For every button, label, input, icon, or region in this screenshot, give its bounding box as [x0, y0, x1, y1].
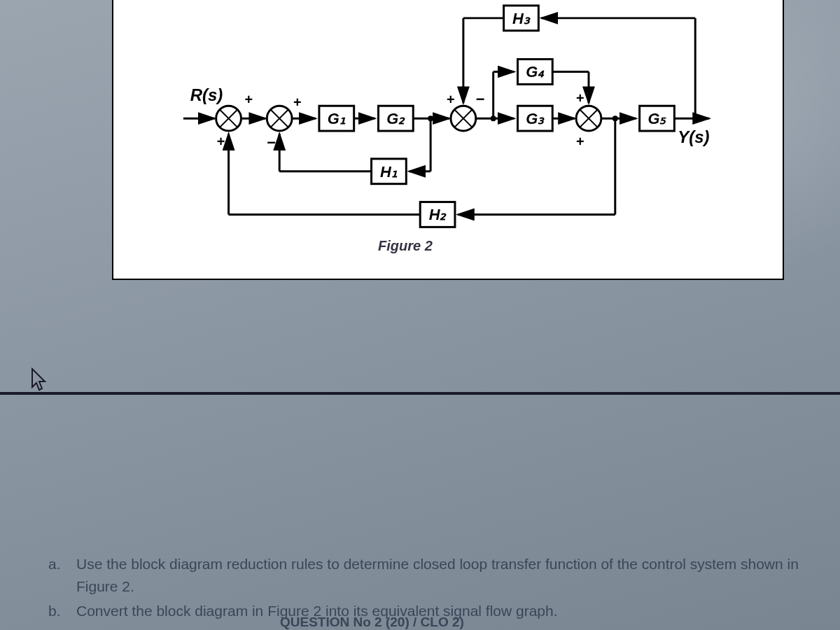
footer-cutoff-text: QUESTION No 2 (20) / CLO 2) — [280, 615, 464, 630]
svg-text:G₄: G₄ — [526, 63, 545, 80]
svg-text:−: − — [267, 134, 276, 151]
svg-text:G₃: G₃ — [526, 110, 545, 127]
svg-text:−: − — [476, 90, 485, 108]
summing-junction-3: + − — [447, 90, 485, 131]
summing-junction-2: + − — [267, 94, 301, 151]
block-diagram-container: R(s) + + + − — [112, 0, 784, 280]
question-a-marker: a. — [46, 553, 76, 597]
block-g4: G₄ — [518, 59, 553, 85]
question-a-text: Use the block diagram reduction rules to… — [76, 553, 812, 597]
block-g1: G₁ — [319, 106, 354, 131]
svg-text:+: + — [447, 92, 455, 107]
section-divider — [0, 392, 840, 395]
block-diagram-svg: R(s) + + + − — [113, 0, 783, 279]
block-g2: G₂ — [379, 106, 414, 131]
question-b-marker: b. — [46, 600, 76, 622]
svg-text:+: + — [217, 134, 225, 149]
page-content: R(s) + + + − — [0, 0, 840, 630]
svg-text:+: + — [576, 134, 584, 149]
output-label: Y(s) — [678, 127, 709, 146]
svg-text:H₂: H₂ — [429, 206, 447, 223]
question-a: a. Use the block diagram reduction rules… — [46, 553, 812, 597]
block-h3: H₃ — [504, 6, 539, 31]
svg-point-40 — [491, 115, 496, 121]
svg-text:+: + — [576, 90, 584, 106]
svg-text:G₂: G₂ — [386, 110, 405, 127]
svg-text:H₃: H₃ — [512, 10, 531, 27]
svg-text:G₅: G₅ — [648, 110, 666, 127]
block-g5: G₅ — [640, 106, 675, 131]
cursor-icon — [29, 368, 49, 396]
figure-caption: Figure 2 — [378, 238, 433, 254]
svg-text:+: + — [244, 92, 253, 107]
svg-text:G₁: G₁ — [328, 110, 346, 127]
block-g3: G₃ — [518, 106, 553, 131]
svg-text:+: + — [293, 94, 302, 110]
block-h2: H₂ — [420, 202, 455, 227]
svg-text:H₁: H₁ — [380, 163, 398, 181]
block-h1: H₁ — [372, 159, 407, 184]
input-label: R(s) — [190, 85, 223, 104]
